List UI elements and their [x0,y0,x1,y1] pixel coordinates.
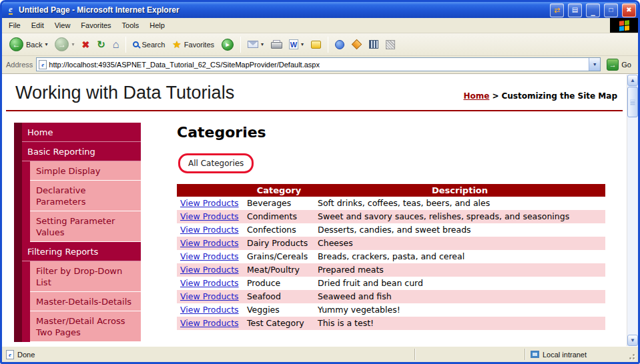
sidebar-item-master-details-details[interactable]: Master-Details-Details [30,292,141,311]
media-button[interactable]: ▸ [218,37,237,52]
mail-button[interactable]: ▾ [244,39,267,49]
vertical-scrollbar[interactable]: ▲ ▼ [627,75,638,346]
scrollbar-track[interactable] [627,86,638,335]
menu-edit[interactable]: Edit [26,18,49,33]
stop-button[interactable]: ✖ [79,38,93,51]
capture-panel-button[interactable]: ▤ [568,3,582,17]
capture-grid-icon [386,40,395,49]
favorites-button[interactable]: ★ Favorites [169,37,218,52]
ie-app-icon: e [5,5,16,15]
menu-favorites[interactable]: Favorites [75,18,116,33]
messenger-icon [335,40,344,49]
discuss-icon [311,41,321,49]
edit-with-word-button[interactable]: W ▾ [286,38,307,51]
back-icon: ← [9,37,23,51]
home-icon: ⌂ [113,39,119,51]
address-label: Address [6,61,33,69]
scroll-up-button[interactable]: ▲ [627,75,638,86]
discuss-button[interactable] [308,39,324,50]
go-button[interactable]: → Go [604,59,634,71]
go-icon: → [607,59,619,71]
description-cell: This is a test! [314,317,605,330]
refresh-button[interactable]: ↻ [93,37,109,52]
toolbar-separator [125,37,126,53]
view-products-link[interactable]: View Products [180,251,239,261]
main-content: Categories All Categories Category Descr… [177,123,627,330]
capture-swap-button[interactable]: ⇄ [550,3,564,17]
toolbar-separator [240,37,241,53]
favorites-star-icon: ★ [172,39,181,51]
sidebar-item-basic-reporting[interactable]: Basic Reporting [22,142,141,161]
categories-heading: Categories [177,124,615,141]
forward-icon: → [55,37,69,51]
table-row: View Products Seafood Seaweed and fish [177,290,605,303]
view-products-link[interactable]: View Products [180,265,239,275]
sidebar-item-master-detail-two-pages[interactable]: Master/Detail Across Two Pages [30,311,141,342]
windows-flag-icon [619,20,629,31]
sidebar-item-declarative-parameters[interactable]: Declarative Parameters [30,181,141,211]
category-cell: Beverages [244,197,314,210]
menu-file[interactable]: File [3,18,26,33]
back-dropdown-icon: ▾ [45,41,47,47]
home-button[interactable]: ⌂ [109,37,123,52]
menu-help[interactable]: Help [144,18,170,33]
print-button[interactable] [268,39,285,50]
media-icon: ▸ [222,39,234,51]
search-button[interactable]: Search [129,39,168,50]
menu-tools[interactable]: Tools [117,18,145,33]
address-url-field[interactable] [49,61,587,69]
snagit-button[interactable] [348,39,365,49]
close-button[interactable]: ✖ [622,3,636,17]
view-products-link[interactable]: View Products [180,318,239,328]
table-row: View Products Confections Desserts, cand… [177,223,605,237]
view-products-link[interactable]: View Products [180,211,239,221]
minimize-button[interactable]: ▁ [586,3,600,17]
view-products-link[interactable]: View Products [180,225,239,235]
view-products-link[interactable]: View Products [180,291,239,301]
table-row: View Products Beverages Soft drinks, cof… [177,197,605,210]
category-cell: Grains/Cereals [244,250,314,263]
status-divider [525,349,525,360]
back-button[interactable]: ← Back ▾ [6,36,51,53]
search-icon [133,41,139,47]
sidebar-item-filtering-reports[interactable]: Filtering Reports [22,242,141,261]
scrollbar-thumb[interactable] [627,87,638,117]
capture-grid-button[interactable] [382,39,398,51]
status-middle-pane [416,349,523,360]
research-button[interactable] [366,39,382,50]
scroll-down-button[interactable]: ▼ [627,335,638,346]
description-cell: Desserts, candies, and sweet breads [314,223,605,237]
description-cell: Prepared meats [314,263,605,277]
maximize-button[interactable]: □ [604,3,618,17]
zone-text: Local intranet [543,351,587,359]
status-left-pane: e Done [6,350,413,359]
ie-page-icon: e [39,60,47,69]
local-intranet-icon [531,351,539,358]
status-bar: e Done Local intranet [2,346,638,362]
header-category: Category [244,184,314,197]
menu-view[interactable]: View [49,18,76,33]
view-products-link[interactable]: View Products [180,278,239,288]
view-products-link[interactable]: View Products [180,305,239,315]
messenger-button[interactable] [332,39,348,51]
snagit-icon [352,39,362,50]
research-icon [369,40,378,49]
view-products-link[interactable]: View Products [180,198,239,208]
all-categories-link[interactable]: All Categories [188,159,244,168]
resize-grip[interactable] [627,351,636,361]
sidebar-item-home[interactable]: Home [22,123,141,142]
address-input[interactable]: e ▼ [36,57,601,71]
forward-button[interactable]: → ▾ [51,36,77,53]
sidebar-item-filter-by-dropdown-list[interactable]: Filter by Drop-Down List [30,261,141,292]
status-zone-pane: Local intranet [527,349,625,360]
header-products [177,184,244,197]
sidebar-item-setting-parameter-values[interactable]: Setting Parameter Values [30,211,141,242]
description-cell: Breads, crackers, pasta, and cereal [314,250,605,263]
sidebar-item-simple-display[interactable]: Simple Display [30,161,141,181]
breadcrumb-home-link[interactable]: Home [463,91,489,101]
table-row: View Products Veggies Yummy vegetables! [177,303,605,317]
description-cell: Seaweed and fish [314,290,605,303]
address-dropdown-button[interactable]: ▼ [589,58,600,71]
view-products-link[interactable]: View Products [180,238,239,248]
page-title: Working with Data Tutorials [15,83,234,103]
